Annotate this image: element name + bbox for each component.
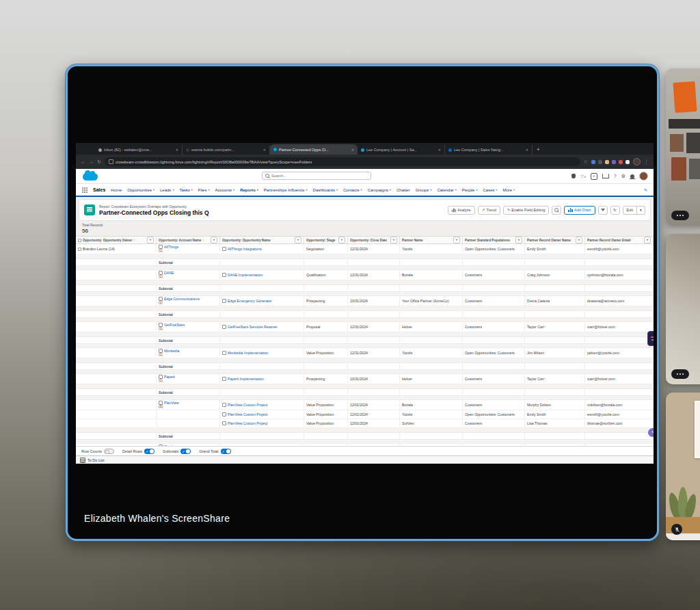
column-menu-icon[interactable]: ▾ — [295, 237, 301, 243]
todo-list-bar[interactable]: To Do List — [76, 455, 654, 464]
nav-item-campaigns[interactable]: Campaigns▾ — [368, 188, 391, 192]
mic-off-icon[interactable] — [671, 524, 682, 535]
owner-group-cell — [76, 374, 157, 384]
participant-video-1[interactable] — [666, 68, 700, 226]
nav-item-contacts[interactable]: Contacts▾ — [343, 188, 362, 192]
column-menu-icon[interactable]: ▾ — [338, 237, 345, 243]
column-menu-icon[interactable]: ▾ — [515, 237, 522, 243]
opportunity-link[interactable]: GetFiveStars Services Retainer — [228, 325, 278, 329]
browser-tab-2[interactable]: Partner-Connected Opps Cl...✕ — [270, 144, 358, 155]
user-avatar[interactable] — [639, 172, 648, 181]
nav-item-leads[interactable]: Leads▾ — [160, 188, 174, 192]
extension-icon[interactable] — [605, 160, 609, 164]
crossbeam-extension-widget[interactable] — [647, 331, 654, 346]
opportunity-link[interactable]: AllThings Integrations — [228, 247, 262, 251]
tab-close-icon[interactable]: ✕ — [176, 148, 178, 152]
add-chart-button[interactable]: Add Chart — [564, 206, 595, 215]
column-menu-icon[interactable]: ▾ — [453, 237, 460, 243]
guidance-icon[interactable] — [602, 174, 609, 178]
column-menu-icon[interactable]: ▾ — [576, 237, 582, 243]
tab-close-icon[interactable]: ✕ — [526, 148, 528, 152]
shield-icon[interactable] — [571, 174, 576, 178]
edit-dropdown-caret[interactable]: ▾ — [637, 206, 645, 215]
toggle-switch[interactable] — [144, 449, 154, 454]
nav-item-reports[interactable]: Reports▾ — [240, 188, 258, 192]
nav-item-calendar[interactable]: Calendar▾ — [437, 188, 456, 192]
tab-close-icon[interactable]: ✕ — [351, 148, 354, 152]
opportunity-link[interactable]: PlanView Custom Project — [228, 403, 267, 407]
side-panel-chevron-button[interactable]: ‹ — [648, 428, 654, 437]
nav-item-people[interactable]: People▾ — [462, 188, 478, 192]
setup-gear-icon[interactable]: ⚙ — [621, 174, 625, 179]
more-options-icon[interactable] — [671, 211, 689, 220]
tab-close-icon[interactable]: ✕ — [438, 148, 441, 152]
edit-button[interactable]: Edit — [623, 206, 637, 215]
new-tab-button[interactable]: + — [537, 145, 540, 155]
forward-icon[interactable]: → — [89, 159, 94, 164]
browser-menu-kebab-icon[interactable]: ⋮ — [644, 159, 649, 165]
opportunity-link[interactable]: PlanView Custom Project — [228, 412, 267, 416]
row-checkbox[interactable] — [78, 248, 81, 251]
select-all-checkbox[interactable] — [78, 239, 81, 242]
nav-item-partnerships-influence[interactable]: Partnerships Influence▾ — [264, 188, 308, 192]
subtotal-label: Subtotal — [157, 363, 220, 369]
nav-item-cases[interactable]: Cases▾ — [483, 188, 497, 192]
column-menu-icon[interactable]: ▾ — [644, 237, 651, 243]
notifications-bell-icon[interactable] — [630, 174, 634, 178]
toggle-switch[interactable] — [180, 449, 191, 454]
browser-profile-avatar[interactable] — [633, 158, 641, 165]
browser-tab-3[interactable]: Lee Company | Account | Sa...✕ — [358, 145, 445, 155]
edit-nav-pencil-icon[interactable]: ✎ — [644, 187, 647, 192]
opportunity-link[interactable]: DANE Implementation — [228, 273, 262, 277]
reload-icon[interactable]: ↻ — [97, 159, 101, 165]
search-input[interactable] — [271, 174, 368, 178]
participant-video-2[interactable] — [666, 234, 700, 384]
chevron-down-icon: ▾ — [390, 188, 391, 191]
toggle-switch[interactable] — [221, 449, 231, 454]
column-menu-icon[interactable]: ▾ — [147, 237, 154, 243]
browser-tab-0[interactable]: Inbox (82) - ewhalen@cros...✕ — [95, 145, 183, 155]
column-menu-icon[interactable]: ▾ — [211, 237, 217, 243]
extension-icon[interactable] — [625, 160, 630, 164]
filter-button[interactable] — [598, 206, 608, 215]
app-launcher-icon[interactable] — [82, 187, 88, 193]
nav-item-groups[interactable]: Groups▾ — [416, 188, 432, 192]
find-in-report-button[interactable] — [552, 206, 561, 215]
toggle-switch[interactable] — [104, 449, 114, 454]
tab-close-icon[interactable]: ✕ — [263, 148, 266, 152]
opportunity-link[interactable]: Edge Emergency Generator — [228, 299, 272, 303]
refresh-button[interactable]: ↻ — [610, 206, 620, 215]
subtotal-row: Subtotal — [76, 433, 654, 440]
participant-video-3[interactable] — [666, 393, 700, 540]
nav-item-chatter[interactable]: Chatter — [396, 188, 410, 192]
opportunity-link[interactable]: Paperli Implementation — [228, 377, 264, 381]
browser-tab-4[interactable]: Lee Company | Sales Navig...✕ — [445, 145, 533, 155]
nav-item-tasks[interactable]: Tasks▾ — [179, 188, 192, 192]
extension-icon[interactable] — [598, 160, 602, 164]
global-search-box[interactable] — [262, 172, 371, 180]
enable-field-editing-button[interactable]: ✎Enable Field Editing — [503, 206, 550, 215]
site-settings-icon[interactable] — [109, 159, 113, 164]
column-menu-icon[interactable]: ▾ — [390, 237, 397, 243]
nav-item-files[interactable]: Files▾ — [198, 188, 210, 192]
nav-item-home[interactable]: Home — [111, 188, 122, 192]
favorites-star-icon[interactable]: ☆▾ — [580, 174, 586, 179]
opportunity-link[interactable]: PlanView Custom Project — [228, 421, 267, 425]
help-icon[interactable]: ? — [614, 174, 617, 178]
global-actions-icon[interactable]: + — [591, 173, 597, 180]
extension-icon[interactable] — [619, 160, 623, 164]
back-icon[interactable]: ← — [81, 159, 85, 164]
nav-item-more[interactable]: More▾ — [503, 188, 515, 192]
more-options-icon[interactable] — [671, 369, 689, 379]
nav-item-opportunities[interactable]: Opportunities▾ — [127, 188, 154, 192]
nav-item-dashboards[interactable]: Dashboards▾ — [313, 188, 338, 192]
analyze-button[interactable]: Analyze — [448, 206, 475, 215]
trend-button[interactable]: ↗Trend — [478, 206, 500, 215]
opportunity-link[interactable]: Monkedia Implementation — [228, 351, 268, 355]
nav-item-accounts[interactable]: Accounts▾ — [215, 188, 234, 192]
extension-icon[interactable] — [591, 160, 595, 164]
extension-icon[interactable] — [612, 160, 616, 164]
address-bar[interactable]: crossbeam-crowdblossom.lightning.force.c… — [105, 157, 580, 166]
browser-tab-1[interactable]: events.hubilo.com/partn...✕ — [183, 145, 270, 155]
bookmark-star-icon[interactable]: ☆ — [584, 159, 588, 165]
